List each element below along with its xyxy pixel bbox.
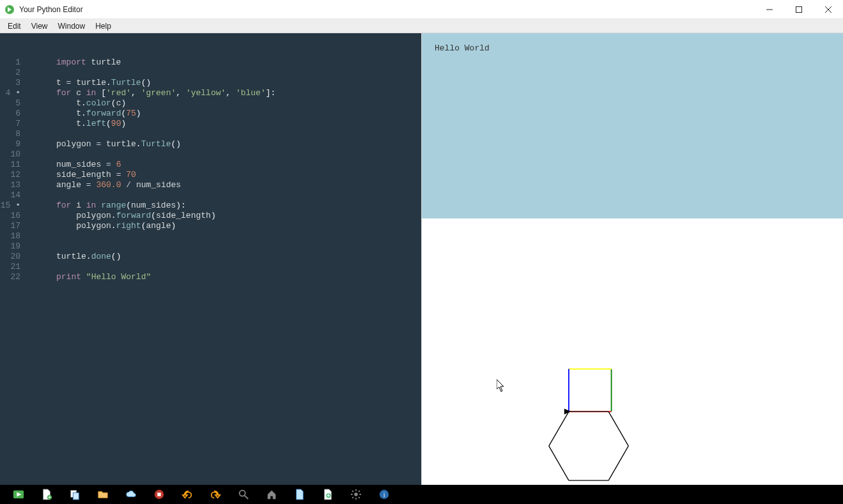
code-line[interactable]: num_sides = 6 [56,160,421,170]
line-number-gutter: 12345678910111213141516171819202122 [0,57,27,485]
refresh-file-icon[interactable] [321,487,335,501]
line-number: 8 [0,129,20,139]
svg-rect-1 [796,6,802,12]
code-line[interactable]: polygon.right(angle) [56,221,421,231]
svg-line-29 [352,491,353,492]
code-line[interactable]: for i in range(num_sides): [56,201,421,211]
svg-line-10 [608,446,628,480]
code-line[interactable] [56,262,421,272]
svg-line-13 [549,411,569,446]
line-number: 7 [0,119,20,129]
line-number: 19 [0,241,20,252]
code-line[interactable]: angle = 360.0 / num_sides [56,180,421,190]
main-area: 12345678910111213141516171819202122 impo… [0,33,843,485]
console-output: Hello World [422,33,843,218]
window-controls [755,0,843,19]
document-icon[interactable] [293,487,307,501]
code-line[interactable]: for c in ['red', 'green', 'yellow', 'blu… [56,88,421,98]
line-number: 13 [0,180,20,190]
svg-point-24 [354,493,357,496]
code-line[interactable] [56,149,421,160]
svg-text:i: i [383,491,385,498]
svg-line-12 [549,446,569,480]
code-line[interactable]: t.forward(75) [56,109,421,119]
code-line[interactable]: polygon.forward(side_length) [56,211,421,221]
code-line[interactable]: t.color(c) [56,98,421,109]
menu-view[interactable]: View [26,20,53,32]
menu-edit[interactable]: Edit [3,20,26,32]
line-number: 5 [0,98,20,109]
svg-line-32 [359,491,360,492]
line-number: 20 [0,252,20,262]
folder-icon[interactable] [96,487,110,501]
svg-line-9 [608,411,628,446]
svg-line-30 [359,497,360,498]
line-number: 9 [0,139,20,149]
svg-rect-21 [157,493,160,496]
console-text: Hello World [435,43,490,53]
close-button[interactable] [814,0,843,19]
output-panel: Hello World [421,33,843,485]
svg-line-31 [352,497,353,498]
run-icon[interactable] [12,487,26,501]
line-number: 22 [0,272,20,282]
code-line[interactable] [56,68,421,78]
search-icon[interactable] [236,487,251,501]
code-body[interactable]: import turtlet = turtle.Turtle()for c in… [27,57,421,485]
line-number: 11 [0,160,20,170]
maximize-button[interactable] [784,0,814,19]
mouse-cursor-icon [497,379,506,392]
undo-icon[interactable] [180,487,194,501]
code-line[interactable]: turtle.done() [56,252,421,262]
code-line[interactable] [56,241,421,252]
svg-point-22 [240,491,245,496]
turtle-canvas [422,218,843,485]
window-title: Your Python Editor [19,5,83,14]
code-line[interactable]: side_length = 70 [56,170,421,180]
code-line[interactable]: print "Hello World" [56,272,421,282]
bottom-toolbar: i [0,485,843,504]
cloud-icon[interactable] [124,487,138,501]
menu-help[interactable]: Help [90,20,116,32]
line-number: 21 [0,262,20,272]
stop-icon[interactable] [152,487,166,501]
code-line[interactable]: t = turtle.Turtle() [56,78,421,88]
code-line[interactable]: polygon = turtle.Turtle() [56,139,421,149]
home-icon[interactable] [265,487,279,501]
line-number: 18 [0,231,20,241]
settings-icon[interactable] [349,487,363,501]
code-line[interactable] [56,190,421,201]
titlebar: Your Python Editor [0,0,843,19]
code-line[interactable]: import turtle [56,57,421,68]
minimize-button[interactable] [755,0,784,19]
code-line[interactable]: t.left(90) [56,119,421,129]
line-number: 3 [0,78,20,88]
line-number: 6 [0,109,20,119]
line-number: 10 [0,149,20,160]
line-number: 1 [0,57,20,68]
redo-icon[interactable] [208,487,222,501]
line-number: 15 [0,201,20,211]
line-number: 2 [0,68,20,78]
line-number: 16 [0,211,20,221]
svg-line-23 [245,496,248,499]
code-editor[interactable]: 12345678910111213141516171819202122 impo… [0,33,421,485]
menubar: Edit View Window Help [0,19,843,33]
line-number: 12 [0,170,20,180]
app-icon [5,5,14,14]
line-number: 4 [0,88,20,98]
code-line[interactable] [56,231,421,241]
new-file-icon[interactable] [40,487,54,501]
copy-icon[interactable] [68,487,82,501]
code-line[interactable] [56,129,421,139]
menu-window[interactable]: Window [52,20,90,32]
info-icon[interactable]: i [377,487,391,501]
svg-rect-19 [73,493,79,500]
line-number: 14 [0,190,20,201]
line-number: 17 [0,221,20,231]
